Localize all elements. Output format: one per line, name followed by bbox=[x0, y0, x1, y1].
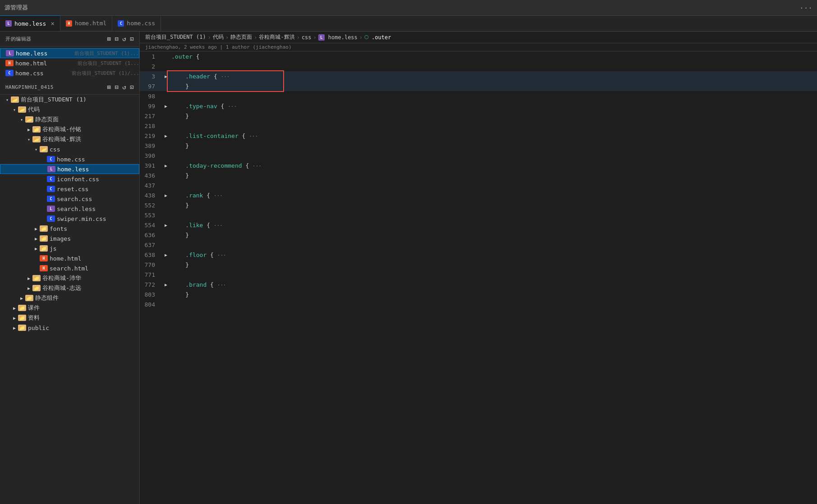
fold-arrow-217 bbox=[162, 111, 170, 121]
tree-arrow-ziliao: ▶ bbox=[11, 316, 18, 321]
fold-arrow-771 bbox=[162, 270, 170, 279]
fold-arrow-219[interactable]: ▶ bbox=[162, 131, 170, 141]
fold-arrow-772[interactable]: ▶ bbox=[162, 279, 170, 289]
line-number-391: 391 bbox=[140, 160, 162, 170]
folder-icon: 📁 bbox=[18, 325, 26, 331]
tree-label-public: public bbox=[28, 325, 139, 331]
tree-item-search-less[interactable]: Lsearch.less bbox=[0, 204, 139, 214]
open-file-home-css[interactable]: Chome.css前台项目_STUDENT (1)/... bbox=[0, 68, 139, 78]
fold-arrow-438[interactable]: ▶ bbox=[162, 190, 170, 200]
tab-home-less[interactable]: Lhome.less× bbox=[0, 15, 60, 31]
tree-label-home-css-file: home.css bbox=[57, 156, 139, 163]
tab-label-home-html: home.html bbox=[75, 20, 106, 27]
breadcrumb-item-4[interactable]: css bbox=[302, 34, 312, 41]
fold-arrow-3[interactable]: ▶ bbox=[162, 71, 170, 81]
tree-item-css-folder[interactable]: ▾📂css bbox=[0, 144, 139, 154]
tab-home-css[interactable]: Chome.css bbox=[112, 15, 161, 31]
breadcrumb-item-0[interactable]: 前台项目_STUDENT (1) bbox=[145, 33, 206, 41]
line-number-554: 554 bbox=[140, 220, 162, 230]
tree-label-guli-huihong: 谷粒商城-辉洪 bbox=[42, 135, 139, 143]
code-table: 1.outer {23▶ .header { ···97 }9899▶ .typ… bbox=[140, 51, 817, 309]
tree-item-search-css[interactable]: Csearch.css bbox=[0, 194, 139, 204]
line-content-636: } bbox=[170, 230, 817, 240]
open-file-home-html[interactable]: Hhome.html前台项目_STUDENT (1... bbox=[0, 58, 139, 68]
sidebar-header-icons: ⊞ ⊟ ↺ ⊡ bbox=[107, 35, 134, 42]
less-file-icon: L bbox=[47, 206, 55, 212]
workspace-new-folder-icon[interactable]: ⊟ bbox=[115, 83, 119, 91]
line-number-98: 98 bbox=[140, 91, 162, 101]
folder-icon: 📂 bbox=[40, 146, 48, 152]
tree-item-fonts-folder[interactable]: ▶📁fonts bbox=[0, 224, 139, 234]
breadcrumb-item-3[interactable]: 谷粒商城-辉洪 bbox=[259, 33, 294, 41]
tree-item-guli-fuming[interactable]: ▶📁谷粒商城-付铭 bbox=[0, 124, 139, 134]
breadcrumb-sep: › bbox=[297, 34, 300, 41]
line-content-637 bbox=[170, 240, 817, 250]
tree-label-ziliao: 资料 bbox=[28, 314, 139, 322]
workspace-icons: ⊞ ⊟ ↺ ⊡ bbox=[107, 83, 134, 91]
code-line-217: 217 } bbox=[140, 111, 817, 121]
tree-item-guli-shenhua[interactable]: ▶📁谷粒商城-沛华 bbox=[0, 273, 139, 283]
tree-item-kejian[interactable]: ▶📁课件 bbox=[0, 303, 139, 313]
line-content-217: } bbox=[170, 111, 817, 121]
code-line-553: 553 bbox=[140, 210, 817, 220]
fold-arrow-804 bbox=[162, 299, 170, 309]
new-file-icon[interactable]: ⊞ bbox=[107, 35, 111, 42]
tree-arrow-guli-zhiyuan: ▶ bbox=[25, 286, 32, 291]
top-bar-menu-button[interactable]: ··· bbox=[799, 4, 812, 12]
tree-item-jingtai-zujian[interactable]: ▶📁静态组件 bbox=[0, 293, 139, 303]
tree-arrow-jingtai: ▾ bbox=[18, 117, 25, 122]
top-bar: 源管理器 ··· bbox=[0, 0, 817, 16]
breadcrumb-item-5[interactable]: home.less bbox=[328, 34, 358, 41]
line-content-97: } bbox=[170, 81, 817, 91]
workspace-refresh-icon[interactable]: ↺ bbox=[122, 83, 126, 91]
folder-icon: 📁 bbox=[32, 126, 41, 133]
html-file-icon: H bbox=[40, 265, 48, 271]
collapse-icon[interactable]: ⊡ bbox=[130, 35, 134, 42]
line-content-2 bbox=[170, 61, 817, 71]
tree-item-public[interactable]: ▶📁public bbox=[0, 323, 139, 333]
refresh-icon[interactable]: ↺ bbox=[122, 35, 126, 42]
tree-item-guli-zhiyuan[interactable]: ▶📁谷粒商城-志远 bbox=[0, 283, 139, 293]
line-content-391: .today-recommend { ··· bbox=[170, 160, 817, 170]
tree-arrow-js-folder: ▶ bbox=[32, 246, 40, 251]
tree-item-project-root[interactable]: ▾📂前台项目_STUDENT (1) bbox=[0, 95, 139, 105]
tree-item-ziliao[interactable]: ▶📁资料 bbox=[0, 313, 139, 323]
fold-arrow-218 bbox=[162, 121, 170, 131]
tree-item-home-less-file[interactable]: Lhome.less bbox=[0, 164, 139, 174]
folder-icon: 📁 bbox=[32, 285, 41, 291]
workspace-collapse-icon[interactable]: ⊡ bbox=[130, 83, 134, 91]
code-editor[interactable]: 1.outer {23▶ .header { ···97 }9899▶ .typ… bbox=[140, 51, 817, 504]
fold-arrow-391[interactable]: ▶ bbox=[162, 160, 170, 170]
tree-item-images-folder[interactable]: ▶📁images bbox=[0, 234, 139, 243]
tree-item-js-folder[interactable]: ▶📁js bbox=[0, 243, 139, 253]
tab-close-home-less[interactable]: × bbox=[50, 20, 54, 27]
css-file-icon: C bbox=[47, 196, 55, 202]
breadcrumb-item-2[interactable]: 静态页面 bbox=[230, 33, 252, 41]
line-content-389: } bbox=[170, 141, 817, 151]
open-file-home-less[interactable]: Lhome.less前台项目_STUDENT (1)... bbox=[0, 48, 139, 58]
workspace-new-file-icon[interactable]: ⊞ bbox=[107, 83, 111, 91]
code-line-2: 2 bbox=[140, 61, 817, 71]
tree-item-guli-huihong[interactable]: ▾📂谷粒商城-辉洪 bbox=[0, 134, 139, 144]
tree-item-home-html-file2[interactable]: Hhome.html bbox=[0, 253, 139, 263]
tree-item-home-css-file[interactable]: Chome.css bbox=[0, 154, 139, 164]
tree-item-reset-css[interactable]: Creset.css bbox=[0, 184, 139, 194]
fold-arrow-99[interactable]: ▶ bbox=[162, 101, 170, 111]
fold-arrow-554[interactable]: ▶ bbox=[162, 220, 170, 230]
tree-label-home-less-file: home.less bbox=[57, 166, 139, 173]
line-content-438: .rank { ··· bbox=[170, 190, 817, 200]
tree-item-iconfont-css[interactable]: Ciconfont.css bbox=[0, 174, 139, 184]
fold-arrow-803 bbox=[162, 289, 170, 299]
tree-item-daima[interactable]: ▾📂代码 bbox=[0, 105, 139, 115]
fold-arrow-638[interactable]: ▶ bbox=[162, 250, 170, 260]
new-folder-icon[interactable]: ⊟ bbox=[115, 35, 119, 42]
tree-item-jingtai[interactable]: ▾📂静态页面 bbox=[0, 115, 139, 124]
tree-item-search-html-file[interactable]: Hsearch.html bbox=[0, 263, 139, 273]
tree-arrow-css-folder: ▾ bbox=[32, 147, 40, 152]
line-content-554: .like { ··· bbox=[170, 220, 817, 230]
tree-item-swiper-css[interactable]: Cswiper.min.css bbox=[0, 214, 139, 224]
code-line-770: 770 } bbox=[140, 260, 817, 270]
tab-home-html[interactable]: Hhome.html bbox=[60, 15, 112, 31]
code-line-552: 552 } bbox=[140, 200, 817, 210]
breadcrumb-item-1[interactable]: 代码 bbox=[213, 33, 224, 41]
